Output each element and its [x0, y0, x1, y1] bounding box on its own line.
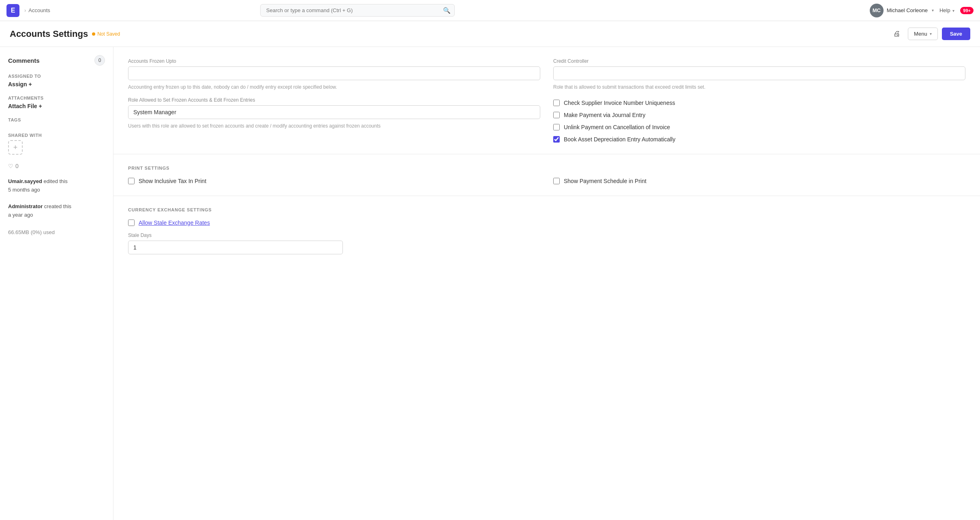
breadcrumb-chevron-icon: ›	[24, 7, 26, 13]
activity-item-1: Umair.sayyed edited this 5 months ago	[8, 177, 105, 194]
unlink-payment-label: Unlink Payment on Cancellation of Invoic…	[564, 124, 670, 130]
stale-days-input[interactable]	[128, 241, 343, 254]
print-right: Show Payment Schedule in Print	[553, 178, 965, 184]
frozen-upto-group: Accounts Frozen Upto Accounting entry fr…	[128, 58, 540, 91]
menu-button[interactable]: Menu ▾	[908, 28, 938, 40]
journal-entry-checkbox[interactable]	[553, 112, 560, 118]
print-button[interactable]: 🖨	[890, 28, 904, 40]
allow-stale-checkbox[interactable]	[128, 220, 135, 226]
heart-icon: ♡	[8, 163, 13, 169]
inclusive-tax-label: Show Inclusive Tax In Print	[139, 178, 206, 184]
print-checkboxes-row: Show Inclusive Tax In Print Show Payment…	[128, 178, 965, 184]
attach-file-button[interactable]: Attach File +	[8, 103, 105, 109]
shared-with-section: SHARED WITH +	[8, 133, 105, 155]
role-input[interactable]	[128, 105, 540, 119]
credit-controller-input[interactable]	[553, 66, 965, 80]
book-asset-label: Book Asset Depreciation Entry Automatica…	[564, 136, 675, 143]
activity-log: Umair.sayyed edited this 5 months ago Ad…	[8, 177, 105, 220]
notifications-badge[interactable]: 99+	[960, 7, 974, 14]
activity2-time: a year ago	[8, 212, 33, 218]
attachments-label: ATTACHMENTS	[8, 96, 105, 100]
navbar-right: MC Michael Corleone ▾ Help ▾ 99+	[870, 4, 974, 17]
currency-inner: Allow Stale Exchange Rates Stale Days	[128, 220, 965, 254]
help-button[interactable]: Help ▾	[939, 7, 954, 13]
not-saved-label: Not Saved	[97, 31, 120, 37]
currency-exchange-section: CURRENCY EXCHANGE SETTINGS Allow Stale E…	[113, 196, 980, 266]
journal-entry-label: Make Payment via Journal Entry	[564, 112, 646, 118]
checkbox-payment-schedule[interactable]: Show Payment Schedule in Print	[553, 178, 965, 184]
supplier-invoice-checkbox[interactable]	[553, 100, 560, 106]
content-area: Comments 0 ASSIGNED TO Assign + ATTACHME…	[0, 47, 980, 520]
comments-count: 0	[94, 55, 105, 66]
activity2-action: created this	[44, 203, 71, 209]
activity1-time: 5 months ago	[8, 187, 40, 193]
print-settings-section: PRINT SETTINGS Show Inclusive Tax In Pri…	[113, 154, 980, 196]
currency-section-title: CURRENCY EXCHANGE SETTINGS	[128, 207, 965, 212]
checkbox-unlink-payment[interactable]: Unlink Payment on Cancellation of Invoic…	[553, 124, 965, 130]
storage-info: 66.65MB (0%) used	[8, 229, 105, 235]
user-dropdown-arrow: ▾	[932, 8, 934, 13]
frozen-right: Credit Controller Role that is allowed t…	[553, 58, 965, 143]
print-section-title: PRINT SETTINGS	[128, 166, 965, 170]
frozen-accounts-row: Accounts Frozen Upto Accounting entry fr…	[128, 58, 965, 143]
form-area: Accounts Frozen Upto Accounting entry fr…	[113, 47, 980, 520]
page-title-area: Accounts Settings Not Saved	[10, 29, 120, 39]
print-left: Show Inclusive Tax In Print	[128, 178, 540, 184]
tags-label: TAGS	[8, 117, 105, 122]
payment-schedule-label: Show Payment Schedule in Print	[564, 178, 646, 184]
page-header: Accounts Settings Not Saved 🖨 Menu ▾ Sav…	[0, 21, 980, 47]
frozen-upto-hint: Accounting entry frozen up to this date,…	[128, 83, 540, 91]
search-icon: 🔍	[443, 7, 451, 14]
credit-checkboxes: Check Supplier Invoice Number Uniqueness…	[553, 100, 965, 143]
inclusive-tax-checkbox[interactable]	[128, 178, 135, 184]
activity1-action: edited this	[43, 178, 67, 184]
checkbox-supplier-invoice[interactable]: Check Supplier Invoice Number Uniqueness	[553, 100, 965, 106]
navbar: E › Accounts 🔍 MC Michael Corleone ▾ Hel…	[0, 0, 980, 21]
comments-label: Comments	[8, 57, 40, 64]
credit-hint: Role that is allowed to submit transacti…	[553, 83, 965, 91]
shared-with-label: SHARED WITH	[8, 133, 105, 138]
unlink-payment-checkbox[interactable]	[553, 124, 560, 130]
app-logo[interactable]: E	[6, 4, 19, 17]
search-bar: 🔍	[260, 4, 455, 17]
attachments-section: ATTACHMENTS Attach File +	[8, 96, 105, 109]
page-title: Accounts Settings	[10, 29, 88, 39]
add-shared-user-button[interactable]: +	[8, 140, 23, 155]
username-label: Michael Corleone	[887, 7, 928, 13]
payment-schedule-checkbox[interactable]	[553, 178, 560, 184]
assigned-to-section: ASSIGNED TO Assign +	[8, 74, 105, 87]
user-menu[interactable]: MC Michael Corleone ▾	[870, 4, 934, 17]
assign-button[interactable]: Assign +	[8, 81, 105, 87]
frozen-upto-label: Accounts Frozen Upto	[128, 58, 540, 64]
stale-days-group: Stale Days	[128, 232, 965, 254]
comments-section: Comments 0	[8, 55, 105, 66]
save-button[interactable]: Save	[942, 28, 970, 40]
checkbox-allow-stale[interactable]: Allow Stale Exchange Rates	[128, 220, 965, 226]
checkbox-journal-entry[interactable]: Make Payment via Journal Entry	[553, 112, 965, 118]
frozen-left: Accounts Frozen Upto Accounting entry fr…	[128, 58, 540, 143]
frozen-upto-input[interactable]	[128, 66, 540, 80]
avatar: MC	[870, 4, 884, 17]
allow-stale-label: Allow Stale Exchange Rates	[139, 220, 210, 226]
not-saved-badge: Not Saved	[92, 31, 120, 37]
checkbox-book-asset[interactable]: Book Asset Depreciation Entry Automatica…	[553, 136, 965, 143]
likes-section[interactable]: ♡ 0	[8, 163, 105, 169]
credit-controller-group: Credit Controller Role that is allowed t…	[553, 58, 965, 91]
role-hint: Users with this role are allowed to set …	[128, 122, 540, 130]
sidebar: Comments 0 ASSIGNED TO Assign + ATTACHME…	[0, 47, 113, 520]
stale-days-label: Stale Days	[128, 232, 965, 238]
menu-dropdown-arrow: ▾	[930, 32, 932, 36]
page-actions: 🖨 Menu ▾ Save	[890, 28, 970, 40]
book-asset-checkbox[interactable]	[553, 136, 560, 143]
activity-item-2: Administrator created this a year ago	[8, 202, 105, 220]
supplier-invoice-label: Check Supplier Invoice Number Uniqueness	[564, 100, 675, 106]
credit-controller-label: Credit Controller	[553, 58, 965, 64]
likes-count: 0	[15, 163, 19, 169]
checkbox-inclusive-tax[interactable]: Show Inclusive Tax In Print	[128, 178, 540, 184]
not-saved-dot	[92, 32, 95, 36]
breadcrumb: › Accounts	[24, 7, 50, 13]
breadcrumb-accounts[interactable]: Accounts	[28, 7, 50, 13]
activity2-user: Administrator	[8, 203, 43, 209]
search-input[interactable]	[260, 4, 455, 17]
assigned-to-label: ASSIGNED TO	[8, 74, 105, 79]
